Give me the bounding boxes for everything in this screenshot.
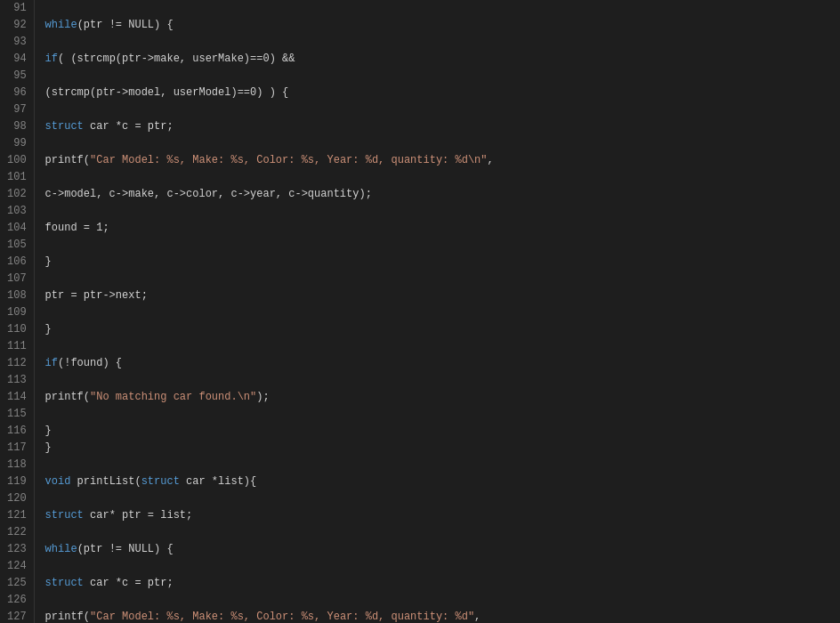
code-token: found = 1; [45, 222, 109, 234]
line-number: 104 [7, 220, 27, 237]
line-number: 122 [7, 524, 27, 541]
code-line [45, 490, 840, 507]
code-token: car *c = ptr; [84, 577, 174, 589]
line-number: 106 [7, 254, 27, 271]
line-number: 91 [7, 0, 27, 17]
code-line: if( (strcmp(ptr->make, userMake)==0) && [45, 51, 840, 68]
line-number: 100 [7, 152, 27, 169]
line-number: 112 [7, 355, 27, 372]
code-token: printf [45, 611, 84, 623]
line-number: 117 [7, 440, 27, 457]
line-number: 105 [7, 237, 27, 254]
code-line: while(ptr != NULL) { [45, 17, 840, 34]
code-token: if [45, 53, 58, 65]
code-editor: 9192939495969798991001011021031041051061… [0, 0, 840, 623]
code-token: car *c = ptr; [84, 120, 174, 133]
line-number: 101 [7, 169, 27, 186]
line-number: 110 [7, 321, 27, 338]
code-token: struct [45, 509, 84, 522]
code-line [45, 372, 840, 389]
code-token: "Car Model: %s, Make: %s, Color: %s, Yea… [90, 154, 487, 166]
code-line: if(!found) { [45, 355, 840, 372]
code-token: "No matching car found.\n" [90, 391, 256, 403]
line-number: 113 [7, 372, 27, 389]
code-line: printf("No matching car found.\n"); [45, 389, 840, 406]
code-token: (!found) { [58, 357, 122, 369]
code-line: found = 1; [45, 220, 840, 237]
code-token: while [45, 543, 77, 555]
line-number: 103 [7, 203, 27, 220]
code-line: ptr = ptr->next; [45, 287, 840, 304]
code-token: ( (strcmp(ptr->make, userMake)==0) && [58, 53, 295, 65]
code-token: ( [84, 611, 90, 623]
code-line: struct car *c = ptr; [45, 118, 840, 135]
code-token: ( [84, 154, 90, 166]
code-token: car *list){ [180, 475, 256, 488]
code-line [45, 457, 840, 473]
line-number: 97 [7, 101, 27, 118]
code-line [45, 34, 840, 51]
code-token: void [45, 475, 71, 488]
line-number: 95 [7, 68, 27, 85]
code-line: } [45, 321, 840, 338]
code-line: printf("Car Model: %s, Make: %s, Color: … [45, 609, 840, 623]
code-token: } [45, 425, 52, 437]
line-number: 98 [7, 118, 27, 135]
code-line: } [45, 254, 840, 271]
line-number: 116 [7, 423, 27, 440]
code-token: "Car Model: %s, Make: %s, Color: %s, Yea… [90, 611, 474, 623]
code-line [45, 592, 840, 609]
code-token: (ptr != NULL) { [77, 543, 174, 555]
code-line: (strcmp(ptr->model, userModel)==0) ) { [45, 85, 840, 101]
line-number: 99 [7, 135, 27, 152]
code-content[interactable]: while(ptr != NULL) { if( (strcmp(ptr->ma… [35, 0, 840, 623]
code-token: c->model, c->make, c->color, c->year, c-… [45, 188, 372, 200]
code-token: ( [84, 391, 90, 403]
code-line: struct car* ptr = list; [45, 507, 840, 524]
code-token: if [45, 357, 58, 369]
code-token: (strcmp(ptr->model, userModel)==0) ) { [45, 86, 289, 99]
code-line [45, 524, 840, 541]
code-line [45, 203, 840, 220]
line-number: 102 [7, 186, 27, 203]
code-token: ); [256, 391, 269, 403]
line-number: 127 [7, 609, 27, 623]
code-line [45, 135, 840, 152]
code-token: struct [141, 475, 180, 488]
code-line: while(ptr != NULL) { [45, 541, 840, 558]
line-number: 126 [7, 592, 27, 609]
line-number: 124 [7, 558, 27, 575]
code-line [45, 68, 840, 85]
line-number: 93 [7, 34, 27, 51]
code-line [45, 169, 840, 186]
code-token: } [45, 323, 52, 336]
code-token: , [488, 154, 494, 166]
code-line [45, 237, 840, 254]
line-number: 120 [7, 490, 27, 507]
line-number: 96 [7, 85, 27, 101]
code-token: printList( [70, 475, 141, 488]
code-line [45, 271, 840, 287]
code-token: while [45, 19, 77, 31]
line-number: 107 [7, 271, 27, 287]
line-number: 125 [7, 575, 27, 592]
code-line [45, 558, 840, 575]
code-token: } [45, 255, 52, 268]
code-line [45, 0, 840, 17]
code-line: } [45, 423, 840, 440]
code-line: printf("Car Model: %s, Make: %s, Color: … [45, 152, 840, 169]
line-number: 111 [7, 338, 27, 355]
code-token: struct [45, 577, 84, 589]
line-numbers: 9192939495969798991001011021031041051061… [0, 0, 35, 623]
line-number: 121 [7, 507, 27, 524]
code-token: } [45, 441, 52, 454]
line-number: 108 [7, 287, 27, 304]
line-number: 115 [7, 406, 27, 423]
code-line [45, 338, 840, 355]
code-token: , [474, 611, 481, 623]
code-token: car* ptr = list; [84, 509, 192, 522]
code-line: c->model, c->make, c->color, c->year, c-… [45, 186, 840, 203]
code-token: struct [45, 120, 84, 133]
code-line: } [45, 440, 840, 457]
code-line [45, 101, 840, 118]
